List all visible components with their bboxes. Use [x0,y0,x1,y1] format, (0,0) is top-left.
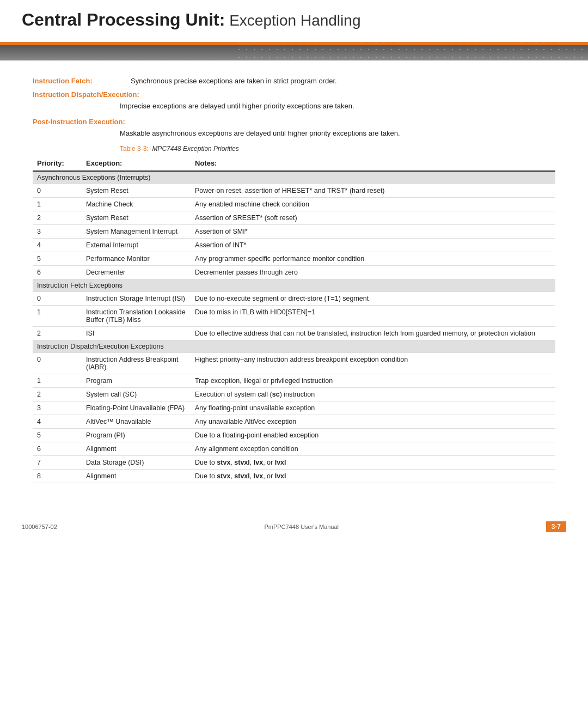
table-caption-label: Table 3-3: [120,145,149,153]
table-cell-exception: Decrementer [82,266,191,279]
table-row: 1Machine CheckAny enabled machine check … [33,198,555,211]
table-cell-priority: 1 [33,198,82,211]
col-header-notes: Notes: [191,156,555,171]
table-cell-notes: Execution of system call (sc) instructio… [191,388,555,401]
main-content: Instruction Fetch: Synchronous precise e… [0,60,588,505]
table-cell-exception: ISI [82,327,191,340]
table-cell-exception: Machine Check [82,198,191,211]
table-cell-priority: 6 [33,442,82,456]
table-row: 5Program (PI)Due to a floating-point ena… [33,429,555,442]
table-row: 7Data Storage (DSI)Due to stvx, stvxl, l… [33,456,555,470]
table-row: 2ISIDue to effective address that can no… [33,327,555,340]
dispatch-text: Imprecise exceptions are delayed until h… [33,102,555,110]
table-group-header: Instruction Fetch Exceptions [33,279,555,292]
table-row: 0System ResetPower-on reset, assertion o… [33,184,555,198]
table-cell-priority: 3 [33,401,82,415]
table-cell-notes: Due to a floating-point enabled exceptio… [191,429,555,442]
table-row: 8AlignmentDue to stvx, stvxl, lvx, or lv… [33,470,555,483]
table-cell-exception: External Interrupt [82,239,191,252]
table-cell-priority: 3 [33,225,82,239]
table-cell-exception: Performance Monitor [82,252,191,266]
table-cell-notes: Due to no-execute segment or direct-stor… [191,292,555,306]
table-cell-notes: Due to effective address that can not be… [191,327,555,340]
table-cell-notes: Assertion of SMI* [191,225,555,239]
table-row: 5Performance MonitorAny programmer-speci… [33,252,555,266]
dispatch-section: Instruction Dispatch/Execution: Imprecis… [33,90,555,110]
gray-bar [0,45,588,60]
table-row: 6AlignmentAny alignment exception condit… [33,442,555,456]
table-cell-priority: 7 [33,456,82,470]
table-cell-priority: 2 [33,211,82,225]
table-cell-exception: Program (PI) [82,429,191,442]
table-cell-exception: Floating-Point Unavailable (FPA) [82,401,191,415]
table-cell-exception: Alignment [82,442,191,456]
table-cell-exception: Instruction Translation Lookaside Buffer… [82,306,191,327]
table-cell-notes: Assertion of INT* [191,239,555,252]
table-cell-priority: 4 [33,415,82,429]
table-cell-priority: 0 [33,184,82,198]
table-cell-exception: Alignment [82,470,191,483]
footer-doc-number: 10006757-02 [22,524,57,530]
table-cell-exception: System Reset [82,211,191,225]
table-cell-notes: Any unavailable AltiVec exception [191,415,555,429]
table-cell-notes: Any programmer-specific performance moni… [191,252,555,266]
table-row: 1Instruction Translation Lookaside Buffe… [33,306,555,327]
table-cell-priority: 8 [33,470,82,483]
table-cell-notes: Due to miss in ITLB with HID0[STEN]=1 [191,306,555,327]
instruction-fetch-label: Instruction Fetch: [33,77,131,85]
table-cell-priority: 0 [33,292,82,306]
exception-table: Priority: Exception: Notes: Asynchronous… [33,156,555,483]
table-cell-priority: 4 [33,239,82,252]
table-cell-notes: Decrementer passes through zero [191,266,555,279]
table-header-row: Priority: Exception: Notes: [33,156,555,171]
col-header-priority: Priority: [33,156,82,171]
table-row: 0Instruction Storage Interrupt (ISI)Due … [33,292,555,306]
footer-page-number: 3-7 [546,521,566,532]
table-cell-notes: Trap exception, illegal or privileged in… [191,374,555,388]
table-row: 1ProgramTrap exception, illegal or privi… [33,374,555,388]
table-cell-exception: System Reset [82,184,191,198]
table-cell-priority: 2 [33,327,82,340]
instruction-fetch-text: Synchronous precise exceptions are taken… [131,77,555,85]
table-row: 6DecrementerDecrementer passes through z… [33,266,555,279]
table-cell-exception: AltiVec™ Unavailable [82,415,191,429]
table-row: 2System call (SC)Execution of system cal… [33,388,555,401]
table-cell-notes: Any alignment exception condition [191,442,555,456]
page-footer: 10006757-02 PmPPC7448 User's Manual 3-7 [0,516,588,538]
table-cell-notes: Assertion of SRESET* (soft reset) [191,211,555,225]
table-cell-priority: 0 [33,353,82,374]
table-cell-priority: 6 [33,266,82,279]
col-header-exception: Exception: [82,156,191,171]
title-light-part: Exception Handling [225,12,360,29]
page-header: Central Processing Unit: Exception Handl… [0,0,588,60]
footer-manual-name: PmPPC7448 User's Manual [264,524,339,530]
post-label: Post-Instruction Execution: [33,118,555,126]
table-row: 0Instruction Address Breakpoint (IABR)Hi… [33,353,555,374]
page-title: Central Processing Unit: Exception Handl… [22,10,566,30]
table-row: 4External InterruptAssertion of INT* [33,239,555,252]
table-row: 3System Management InterruptAssertion of… [33,225,555,239]
table-cell-priority: 5 [33,252,82,266]
table-row: 2System ResetAssertion of SRESET* (soft … [33,211,555,225]
table-cell-exception: Program [82,374,191,388]
title-bold-part: Central Processing Unit: [22,10,225,29]
table-cell-exception: System Management Interrupt [82,225,191,239]
header-title-area: Central Processing Unit: Exception Handl… [0,0,588,42]
table-cell-priority: 1 [33,374,82,388]
table-row: 3Floating-Point Unavailable (FPA)Any flo… [33,401,555,415]
table-cell-notes: Highest priority–any instruction address… [191,353,555,374]
table-cell-priority: 2 [33,388,82,401]
table-cell-notes: Due to stvx, stvxl, lvx, or lvxl [191,470,555,483]
table-cell-exception: Data Storage (DSI) [82,456,191,470]
post-text: Maskable asynchronous exceptions are del… [33,129,555,137]
instruction-fetch-section: Instruction Fetch: Synchronous precise e… [33,77,555,85]
dispatch-label: Instruction Dispatch/Execution: [33,90,555,99]
table-cell-exception: System call (SC) [82,388,191,401]
table-cell-exception: Instruction Address Breakpoint (IABR) [82,353,191,374]
table-group-header: Instruction Dispatch/Execution Exception… [33,340,555,353]
table-cell-notes: Due to stvx, stvxl, lvx, or lvxl [191,456,555,470]
table-cell-priority: 1 [33,306,82,327]
post-section: Post-Instruction Execution: Maskable asy… [33,118,555,137]
table-caption-title: MPC7448 Exception Priorities [152,145,238,153]
table-cell-notes: Any floating-point unavailable exception [191,401,555,415]
